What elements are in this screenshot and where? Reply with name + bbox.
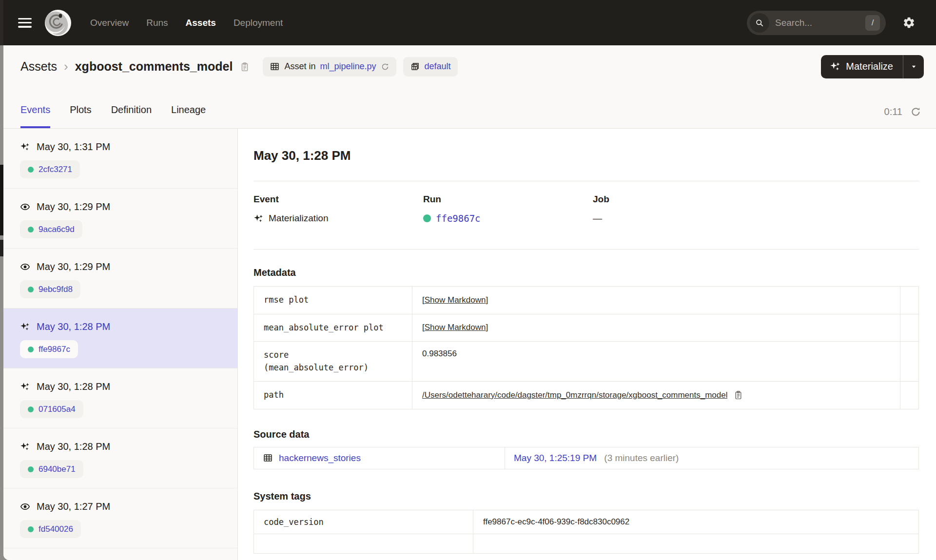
event-timestamp: May 30, 1:29 PM xyxy=(37,261,110,272)
nav-item-deployment[interactable]: Deployment xyxy=(234,18,283,28)
run-status-dot xyxy=(28,347,34,352)
breadcrumb-assets-link[interactable]: Assets xyxy=(20,59,57,74)
path-link[interactable]: /Users/odetteharary/code/dagster/tmp_0mz… xyxy=(422,390,727,400)
run-id-link[interactable]: 2cfc3271 xyxy=(39,165,72,174)
tag-value: ffe9867c-ec9c-4f06-939c-f8dc830c0962 xyxy=(473,510,919,534)
breadcrumb-separator: › xyxy=(64,59,68,74)
divider xyxy=(254,249,919,250)
bracket: ] xyxy=(486,295,488,305)
run-status-dot xyxy=(28,287,34,292)
asset-grid-icon xyxy=(270,61,280,72)
asset-group-link[interactable]: default xyxy=(425,61,451,72)
event-list-item[interactable]: May 30, 1:31 PM 2cfc3271 xyxy=(3,129,237,189)
dagster-logo[interactable] xyxy=(44,9,72,37)
gear-icon[interactable] xyxy=(902,16,916,29)
tab-events[interactable]: Events xyxy=(20,104,50,128)
asset-location-chip[interactable]: Asset in ml_pipeline.py xyxy=(263,57,396,77)
source-time-note: (3 minutes earlier) xyxy=(604,453,679,463)
metadata-key: path xyxy=(254,382,412,409)
metadata-heading: Metadata xyxy=(254,267,919,278)
event-summary: Event Materialization Run ffe9867c xyxy=(254,194,919,224)
run-id-link[interactable]: 9ebc9fd8 xyxy=(39,285,73,294)
show-markdown-link[interactable]: Show Markdown xyxy=(425,323,486,332)
tab-plots[interactable]: Plots xyxy=(70,104,91,128)
run-id-link[interactable]: 071605a4 xyxy=(39,405,76,414)
copy-asset-name-icon[interactable] xyxy=(239,61,250,72)
event-timestamp: May 30, 1:28 PM xyxy=(37,321,110,332)
tab-definition[interactable]: Definition xyxy=(111,104,152,128)
event-list-item[interactable]: May 30, 1:29 PM 9ebc9fd8 xyxy=(3,249,237,309)
table-row: path /Users/odetteharary/code/dagster/tm… xyxy=(254,382,919,409)
table-row: hackernews_stories May 30, 1:25:19 PM (3… xyxy=(254,447,919,469)
materialization-icon xyxy=(20,382,30,392)
search-input[interactable]: Search... / xyxy=(747,11,886,35)
materialize-split-button: Materialize xyxy=(821,55,924,78)
nav-item-overview[interactable]: Overview xyxy=(90,18,129,28)
materialization-icon xyxy=(20,322,30,332)
table-row xyxy=(254,534,919,553)
observation-icon xyxy=(20,262,30,272)
run-id-link[interactable]: 6940be71 xyxy=(39,464,76,474)
job-column-label: Job xyxy=(593,194,762,205)
run-id-chip[interactable]: 2cfc3271 xyxy=(20,160,80,178)
event-timestamp: May 30, 1:29 PM xyxy=(37,201,110,212)
event-list-item[interactable]: May 30, 1:29 PM 9aca6c9d xyxy=(3,189,237,249)
system-tags-heading: System tags xyxy=(254,491,919,502)
hamburger-menu-icon[interactable] xyxy=(18,18,32,28)
materialization-icon xyxy=(254,213,264,224)
run-id-chip[interactable]: 071605a4 xyxy=(20,400,83,418)
asset-grid-icon xyxy=(263,453,273,463)
table-row: mean_absolute_error plot [Show Markdown] xyxy=(254,314,919,342)
tag-key: code_version xyxy=(254,510,473,534)
source-asset-link[interactable]: hackernews_stories xyxy=(263,453,496,463)
asset-header: Assets › xgboost_comments_model Asset in… xyxy=(3,45,936,88)
run-id-chip[interactable]: fd540026 xyxy=(20,520,81,538)
run-id-link[interactable]: ffe9867c xyxy=(39,345,70,354)
table-row: rmse plot [Show Markdown] xyxy=(254,287,919,314)
observation-icon xyxy=(20,502,30,512)
run-id-chip[interactable]: 9ebc9fd8 xyxy=(20,280,80,298)
metadata-key: mean_absolute_error plot xyxy=(254,314,412,342)
source-timestamp-link[interactable]: May 30, 1:25:19 PM xyxy=(514,453,597,463)
nav-item-assets[interactable]: Assets xyxy=(186,18,216,28)
table-row: score (mean_absolute_error) 0.983856 xyxy=(254,342,919,382)
tab-lineage[interactable]: Lineage xyxy=(171,104,206,128)
reload-location-icon[interactable] xyxy=(381,62,390,71)
materialization-icon xyxy=(20,142,30,152)
event-type-value: Materialization xyxy=(269,213,329,224)
run-status-dot xyxy=(28,466,34,472)
show-markdown-link[interactable]: Show Markdown xyxy=(425,295,486,305)
run-id-chip[interactable]: 6940be71 xyxy=(20,460,83,478)
run-id-link[interactable]: ffe9867c xyxy=(436,213,481,224)
nav-item-runs[interactable]: Runs xyxy=(146,18,168,28)
source-data-heading: Source data xyxy=(254,429,919,440)
observation-icon xyxy=(20,202,30,212)
search-shortcut-badge: / xyxy=(865,15,880,31)
run-status-dot xyxy=(28,167,34,173)
top-navbar: Overview Runs Assets Deployment Search..… xyxy=(3,0,936,45)
job-value: — xyxy=(593,213,602,224)
event-list-item[interactable]: May 30, 1:27 PM fd540026 xyxy=(3,488,237,548)
background-window-sliver xyxy=(0,0,3,560)
chevron-down-icon xyxy=(910,63,917,70)
event-list-item[interactable]: May 30, 1:28 PM 6940be71 xyxy=(3,428,237,488)
run-id-link[interactable]: 9aca6c9d xyxy=(39,225,75,234)
event-detail-title: May 30, 1:28 PM xyxy=(254,148,919,163)
metadata-score-value: 0.983856 xyxy=(412,342,900,382)
run-id-link[interactable]: fd540026 xyxy=(39,524,73,534)
asset-group-chip[interactable]: default xyxy=(403,57,458,77)
event-list-item[interactable]: May 30, 1:28 PM 071605a4 xyxy=(3,368,237,428)
materialize-button[interactable]: Materialize xyxy=(821,55,903,78)
event-timestamp: May 30, 1:28 PM xyxy=(37,441,110,452)
run-status-dot xyxy=(28,526,34,532)
materialize-dropdown-button[interactable] xyxy=(903,55,924,78)
event-list-item-selected[interactable]: May 30, 1:28 PM ffe9867c xyxy=(3,309,237,368)
metadata-table: rmse plot [Show Markdown] mean_absolute_… xyxy=(254,286,919,409)
copy-path-icon[interactable] xyxy=(733,390,743,400)
run-id-chip[interactable]: 9aca6c9d xyxy=(20,220,82,238)
code-location-link[interactable]: ml_pipeline.py xyxy=(320,61,376,72)
metadata-key: rmse plot xyxy=(254,287,412,314)
event-column-label: Event xyxy=(254,194,423,205)
run-id-chip[interactable]: ffe9867c xyxy=(20,340,78,358)
refresh-icon[interactable] xyxy=(910,106,921,117)
